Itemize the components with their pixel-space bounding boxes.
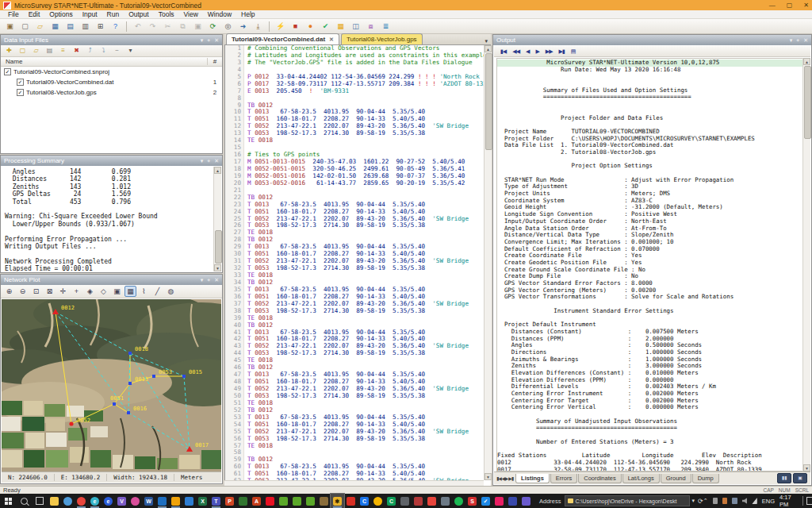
output-scrollbar[interactable]: ▲ ▼ bbox=[802, 58, 810, 471]
prev-view-icon[interactable]: ◈ bbox=[84, 286, 96, 297]
open-data-file-icon[interactable]: ▱ bbox=[30, 45, 42, 56]
edit-file-icon[interactable]: ≡ bbox=[57, 45, 69, 56]
plot-point-0052[interactable] bbox=[69, 421, 73, 425]
detach-icon[interactable]: ▣ bbox=[793, 473, 807, 483]
center-icon[interactable]: + bbox=[71, 286, 82, 297]
processing-summary-header[interactable]: Processing Summary ▾ ⌖ ✕ bbox=[1, 156, 222, 166]
scroll-down-icon[interactable]: ▼ bbox=[485, 473, 492, 480]
save-all-icon[interactable]: ▤ bbox=[63, 20, 77, 33]
scroll-down-icon[interactable]: ▼ bbox=[214, 264, 221, 271]
excel-icon[interactable]: X bbox=[196, 494, 209, 508]
minimize-button[interactable]: — bbox=[769, 2, 776, 9]
maximize-button[interactable]: ▢ bbox=[787, 2, 793, 9]
onedrive-icon[interactable] bbox=[61, 494, 75, 508]
tree-item[interactable]: ✓Tutorial09-VectorCombined.snproj bbox=[1, 67, 222, 77]
network-plot-map[interactable]: 001200180013005300150051001600520017 bbox=[2, 299, 221, 472]
tray-volume-icon[interactable] bbox=[742, 498, 747, 504]
tray-app1-icon[interactable] bbox=[713, 498, 718, 504]
output-tab-ground[interactable]: Ground bbox=[661, 474, 691, 483]
panel-pin-icon[interactable]: ⌖ bbox=[796, 37, 799, 44]
orange-app-icon[interactable] bbox=[425, 494, 439, 508]
pink-app-icon[interactable] bbox=[492, 494, 506, 508]
options-tool-icon[interactable]: ≣ bbox=[379, 20, 393, 33]
scroll-thumb[interactable] bbox=[804, 66, 811, 139]
output-tab-dump[interactable]: Dump bbox=[692, 474, 719, 483]
stop-icon[interactable]: ■ bbox=[289, 20, 302, 33]
output-header[interactable]: Output ▾ ⌖ ✕ bbox=[493, 35, 811, 45]
output-tab-nav-icons[interactable]: ▮◀ ◀ ▶ ▶▮ bbox=[496, 475, 513, 481]
plot-point-0053[interactable] bbox=[152, 375, 155, 378]
inverse-tool-icon[interactable]: ⌇ bbox=[138, 286, 150, 297]
notification-center-button[interactable] bbox=[802, 496, 812, 506]
zoom-extents-icon[interactable]: ⊠ bbox=[44, 286, 56, 297]
media-app-icon[interactable] bbox=[412, 494, 425, 508]
tab-close-icon[interactable]: ✕ bbox=[329, 37, 334, 43]
plot-point-0051[interactable] bbox=[113, 402, 116, 406]
pan-icon[interactable]: ✛ bbox=[57, 286, 69, 297]
green-app2-icon[interactable] bbox=[290, 494, 304, 508]
data-input-files-header[interactable]: Data Input Files ▾ ⌖ ✕ bbox=[1, 35, 222, 45]
open-icon[interactable]: ▱ bbox=[33, 20, 47, 33]
menu-edit[interactable]: Edit bbox=[24, 10, 45, 18]
output-nav-icon-2[interactable]: ◀ bbox=[526, 48, 529, 55]
import-icon[interactable]: ⤓ bbox=[251, 20, 265, 33]
tab-list-dropdown-icon[interactable]: ▾ bbox=[481, 38, 491, 44]
docs-icon[interactable] bbox=[182, 494, 196, 508]
c-blue-icon[interactable]: C bbox=[358, 494, 371, 508]
new-file-icon[interactable]: ▢ bbox=[18, 20, 32, 33]
checkbox-icon[interactable]: ✓ bbox=[17, 79, 24, 86]
pdf-red-icon[interactable] bbox=[263, 494, 277, 508]
panel-pin-icon[interactable]: ⌖ bbox=[207, 158, 210, 164]
zoom-window-icon[interactable]: ⊡ bbox=[30, 286, 42, 297]
tray-app2-icon[interactable] bbox=[722, 498, 727, 504]
panel-pin-icon[interactable]: ⌖ bbox=[207, 277, 210, 283]
output-nav-icon-1[interactable]: ◀◀ bbox=[512, 48, 519, 55]
scroll-down-icon[interactable]: ▼ bbox=[803, 464, 810, 471]
gray-app-icon[interactable] bbox=[398, 494, 412, 508]
menu-options[interactable]: Options bbox=[44, 10, 77, 18]
print-icon[interactable]: ▥ bbox=[79, 20, 92, 33]
scroll-up-icon[interactable]: ▲ bbox=[803, 58, 810, 65]
s-red-icon[interactable]: S bbox=[465, 494, 479, 508]
edge-icon[interactable]: e bbox=[88, 494, 102, 508]
chrome-icon[interactable] bbox=[75, 494, 88, 508]
word-icon[interactable]: W bbox=[142, 494, 155, 508]
panel-close-icon[interactable]: ✕ bbox=[214, 37, 219, 44]
tray-clock[interactable]: 4:17 PM bbox=[779, 494, 797, 508]
grid-app-icon[interactable] bbox=[519, 494, 533, 508]
editor[interactable]: 1# Combining Conventional Observations a… bbox=[224, 45, 491, 486]
coords-tool-icon[interactable]: ◫ bbox=[349, 20, 362, 33]
listing-tool-icon[interactable]: ▦ bbox=[334, 20, 347, 33]
file-explorer-icon[interactable] bbox=[48, 494, 61, 508]
goto-icon[interactable]: ➜ bbox=[236, 20, 250, 33]
panel-close-icon[interactable]: ✕ bbox=[214, 158, 219, 164]
tray-network-icon[interactable] bbox=[752, 498, 756, 504]
taskbar-search-button[interactable] bbox=[16, 494, 32, 508]
menu-tools[interactable]: Tools bbox=[154, 10, 179, 18]
panel-close-icon[interactable]: ✕ bbox=[214, 277, 219, 283]
visio-icon[interactable]: V bbox=[115, 494, 128, 508]
data-input-column-header[interactable]: Name # bbox=[1, 57, 222, 67]
project-icon[interactable] bbox=[236, 494, 250, 508]
snapshot-icon[interactable]: ▣ bbox=[111, 286, 123, 297]
column-name[interactable]: Name bbox=[1, 58, 207, 65]
save-icon[interactable]: ▦ bbox=[48, 20, 62, 33]
spotify-icon[interactable] bbox=[452, 494, 465, 508]
output-tab-listings[interactable]: Listings bbox=[515, 474, 550, 483]
zoom-out-icon[interactable]: ⊖ bbox=[17, 286, 29, 297]
output-listing[interactable]: MicroSurvey STAR*NET-Ultimate Version 10… bbox=[496, 58, 803, 471]
plot-point-0013[interactable] bbox=[128, 382, 132, 385]
checkbox-icon[interactable]: ✓ bbox=[17, 89, 24, 96]
scroll-up-icon[interactable]: ▲ bbox=[214, 167, 221, 174]
green-app1-icon[interactable] bbox=[277, 494, 290, 508]
starnet-icon[interactable]: ✱ bbox=[331, 494, 344, 508]
remove-file-icon[interactable]: ✖ bbox=[71, 45, 82, 56]
scroll-up-icon[interactable]: ▲ bbox=[485, 45, 492, 52]
output-nav-icon-4[interactable]: ▶▶ bbox=[546, 48, 553, 55]
menu-view[interactable]: View bbox=[179, 10, 203, 18]
tan-app-icon[interactable] bbox=[317, 494, 331, 508]
plot-point-0016[interactable] bbox=[127, 411, 130, 414]
plot-point-0015[interactable] bbox=[182, 375, 186, 378]
output-nav-icon-0[interactable]: ▮◀ bbox=[500, 48, 506, 55]
output-tab-coordinates[interactable]: Coordinates bbox=[578, 474, 621, 483]
